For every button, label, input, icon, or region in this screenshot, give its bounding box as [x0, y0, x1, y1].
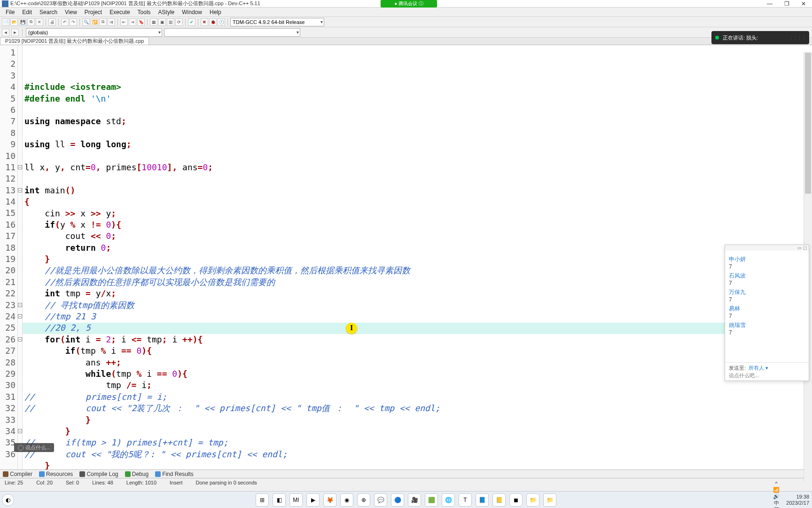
chat-list: 申小妍7石风波7万保九7易林7姚瑞雪7: [725, 251, 809, 362]
start-extra-icon[interactable]: ◐: [2, 494, 14, 506]
taskbar-app-14[interactable]: 📒: [492, 493, 506, 507]
tray-icon[interactable]: 📶: [773, 487, 780, 493]
hint-overlay[interactable]: 说点什么...: [14, 443, 54, 452]
profile-icon[interactable]: 🕙: [218, 18, 225, 26]
editor[interactable]: 1234567891011121314151617181920212223242…: [0, 45, 812, 469]
bottom-tab-compiler[interactable]: Compiler: [3, 471, 32, 477]
member-select[interactable]: [164, 28, 300, 37]
menu-window[interactable]: Window: [178, 9, 206, 16]
redo-icon[interactable]: ↷: [70, 18, 77, 26]
chat-user[interactable]: 万保九: [729, 288, 805, 296]
tab-active[interactable]: P1029 [NOIP2001 普及组] 最大公约数和最小公倍数问题.cpp: [0, 37, 149, 45]
taskbar-app-3[interactable]: ▶: [306, 493, 320, 507]
tray-icon[interactable]: 🔊: [773, 493, 780, 500]
fold-toggle[interactable]: −: [18, 165, 22, 169]
menu-edit[interactable]: Edit: [18, 9, 36, 16]
bottom-tab-find-results[interactable]: Find Results: [155, 471, 194, 477]
compile-run-icon[interactable]: ▥: [167, 18, 174, 26]
chat-user[interactable]: 石风波: [729, 272, 805, 280]
tray-time[interactable]: 19:38: [786, 494, 809, 500]
voice-indicator[interactable]: 正在讲话: 脱头: ⋮⋮⋮⋮: [711, 31, 809, 44]
scope-select[interactable]: (globals): [26, 28, 162, 37]
menu-execute[interactable]: Execute: [106, 9, 133, 16]
bottom-tab-debug[interactable]: Debug: [125, 471, 148, 477]
taskbar-app-4[interactable]: 🦊: [323, 493, 336, 507]
taskbar-app-13[interactable]: 📘: [476, 493, 489, 507]
chat-user[interactable]: 申小妍: [729, 255, 805, 263]
chat-panel-header[interactable]: ▭ ▢: [725, 245, 809, 251]
debug-icon[interactable]: 🐞: [209, 18, 217, 26]
send-label: 发送至:: [729, 365, 746, 372]
menu-file[interactable]: File: [2, 9, 18, 16]
rebuild-icon[interactable]: ⟳: [175, 18, 183, 26]
taskbar-app-9[interactable]: 🎥: [408, 493, 421, 507]
fold-toggle[interactable]: −: [18, 337, 22, 341]
compiler-select[interactable]: TDM-GCC 4.9.2 64-bit Release: [230, 18, 324, 26]
new-file-icon[interactable]: 📄: [2, 18, 9, 26]
meeting-indicator[interactable]: ● 腾讯会议 ⓘ: [381, 0, 437, 8]
menu-astyle[interactable]: AStyle: [155, 9, 179, 16]
indent-left-icon[interactable]: ⇤: [120, 18, 128, 26]
menubar: FileEditSearchViewProjectExecuteToolsASt…: [0, 8, 812, 17]
code-area[interactable]: #include <iostream>#define endl '\n'usin…: [23, 45, 812, 469]
save-icon[interactable]: 💾: [19, 18, 26, 26]
taskbar-app-11[interactable]: 🌐: [442, 493, 455, 507]
fold-toggle[interactable]: −: [18, 188, 22, 192]
menu-view[interactable]: View: [61, 9, 81, 16]
chat-panel[interactable]: ▭ ▢ 申小妍7石风波7万保九7易林7姚瑞雪7 发送至: 所有人 ▾: [725, 245, 809, 381]
taskbar-app-10[interactable]: 🟩: [425, 493, 438, 507]
fold-toggle[interactable]: −: [18, 429, 22, 433]
goto-icon[interactable]: ⇉: [108, 18, 115, 26]
taskbar-app-1[interactable]: ◧: [273, 493, 286, 507]
tray-icon[interactable]: 中: [773, 500, 780, 507]
fold-toggle[interactable]: −: [18, 314, 22, 318]
taskbar-app-0[interactable]: ⊞: [256, 493, 269, 507]
replace-icon[interactable]: 🔁: [91, 18, 98, 26]
chat-input[interactable]: [729, 373, 805, 378]
taskbar-app-12[interactable]: T: [459, 493, 472, 507]
forward-icon[interactable]: ►: [11, 29, 19, 36]
compile-icon[interactable]: ▦: [150, 18, 157, 26]
close-button[interactable]: ✕: [795, 0, 812, 8]
maximize-button[interactable]: ❐: [778, 0, 795, 8]
find-icon[interactable]: 🔍: [82, 18, 90, 26]
find-in-files-icon[interactable]: ⧉: [99, 18, 107, 26]
tray-icon[interactable]: 英: [773, 507, 780, 508]
taskbar-app-2[interactable]: MI: [289, 493, 303, 507]
tray-icon[interactable]: ^: [773, 480, 780, 487]
taskbar-app-7[interactable]: 💬: [374, 493, 387, 507]
run-icon[interactable]: ▣: [158, 18, 166, 26]
menu-tools[interactable]: Tools: [134, 9, 155, 16]
undo-icon[interactable]: ↶: [61, 18, 69, 26]
status-col: Col: 20: [36, 480, 53, 485]
stop-icon[interactable]: ✖: [201, 18, 208, 26]
titlebar: E:\C++-code\2023寒假数论基础\P1029 [NOIP2001 普…: [0, 0, 812, 8]
menu-search[interactable]: Search: [36, 9, 61, 16]
taskbar-app-8[interactable]: 🔵: [391, 493, 404, 507]
close-file-icon[interactable]: ✕: [36, 18, 43, 26]
menu-help[interactable]: Help: [206, 9, 225, 16]
taskbar-app-17[interactable]: 📁: [543, 493, 556, 507]
chat-user[interactable]: 易林: [729, 305, 805, 313]
taskbar: ◐ ⊞◧MI▶🦊◉⊕💬🔵🎥🟩🌐T📘📒◼📁📁 ^📶🔊中英⇪ 19:38 2023/…: [0, 491, 812, 508]
bottom-tab-resources[interactable]: Resources: [39, 471, 73, 477]
taskbar-app-6[interactable]: ⊕: [357, 493, 370, 507]
taskbar-app-16[interactable]: 📁: [526, 493, 539, 507]
print-icon[interactable]: 🖨: [48, 18, 56, 26]
minimize-button[interactable]: —: [761, 0, 778, 8]
bookmark-icon[interactable]: 🔖: [137, 18, 145, 26]
tray-date[interactable]: 2023/2/17: [786, 500, 809, 506]
taskbar-app-15[interactable]: ◼: [509, 493, 523, 507]
bottom-tab-compile-log[interactable]: Compile Log: [79, 471, 118, 477]
taskbar-app-5[interactable]: ◉: [340, 493, 353, 507]
back-icon[interactable]: ◄: [2, 29, 9, 36]
menu-project[interactable]: Project: [81, 9, 106, 16]
indent-right-icon[interactable]: ⇥: [129, 18, 136, 26]
status-mode: Insert: [170, 480, 183, 485]
chat-user[interactable]: 姚瑞雪: [729, 321, 805, 329]
check-icon[interactable]: ✔: [188, 18, 195, 26]
open-icon[interactable]: 📂: [10, 18, 18, 26]
send-target[interactable]: 所有人 ▾: [749, 365, 768, 372]
fold-toggle[interactable]: −: [18, 303, 22, 307]
save-all-icon[interactable]: ⧉: [27, 18, 35, 26]
